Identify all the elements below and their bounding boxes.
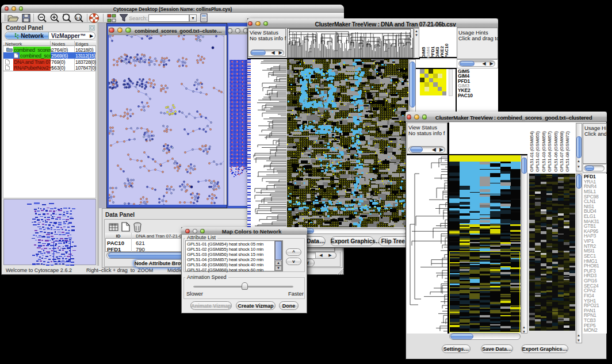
svg-text:1:1: 1:1	[76, 16, 81, 20]
